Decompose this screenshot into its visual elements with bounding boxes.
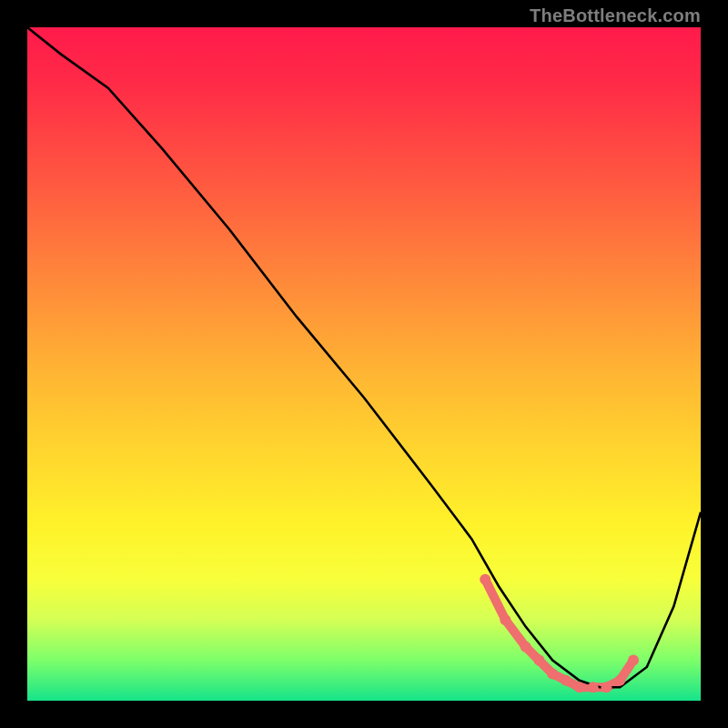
highlight-marker-dot [521,642,531,652]
highlight-marker-dot [547,668,558,679]
highlight-marker-dot [588,682,599,693]
chart-stage: TheBottleneck.com [0,0,728,728]
highlight-marker-dot [500,614,511,625]
plot-area [27,27,701,701]
bottleneck-curve [27,27,701,687]
highlight-marker-dot [614,675,625,686]
highlight-flat-segment [485,580,633,687]
highlight-marker-dot [601,682,612,693]
highlight-marker-dot [628,655,639,666]
highlight-marker-dot [574,682,585,693]
attribution-label: TheBottleneck.com [530,5,701,26]
highlight-marker-dot [533,655,544,666]
highlight-marker-dot [561,675,571,686]
curve-layer [27,27,701,701]
highlight-marker-dot [480,574,490,585]
